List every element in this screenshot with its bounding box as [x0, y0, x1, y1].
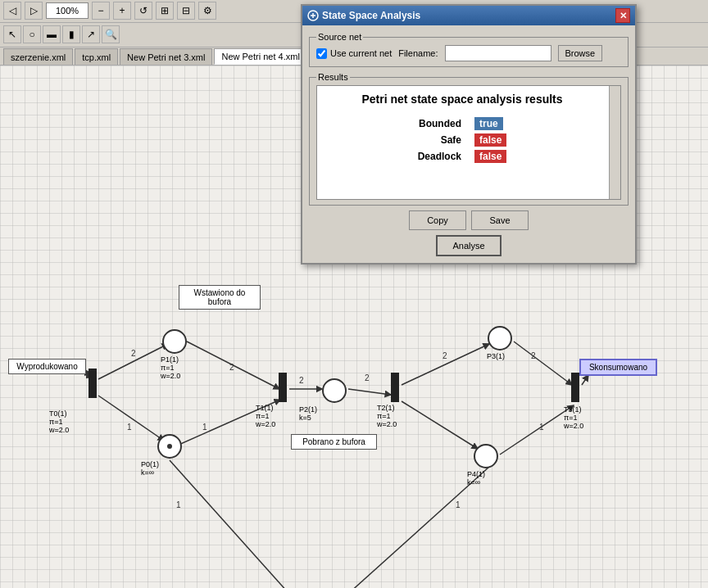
svg-line-5 — [187, 341, 279, 389]
place-p3 — [488, 326, 512, 351]
tab-tcp[interactable]: tcp.xml — [75, 48, 118, 65]
circle-tool[interactable]: ○ — [23, 25, 41, 43]
transition-t3 — [571, 373, 579, 402]
svg-text:1: 1 — [539, 423, 544, 432]
place-p0 — [157, 434, 182, 459]
zoom-display: 100% — [46, 2, 88, 19]
copy-button[interactable]: Copy — [409, 210, 466, 230]
label-p3: P3(1) — [487, 352, 505, 360]
dialog-icon — [307, 10, 319, 21]
result-label-deadlock: Deadlock — [411, 148, 468, 165]
badge-bounded: true — [474, 117, 503, 130]
label-t2: T2(1)π=1w=2.0 — [377, 404, 397, 428]
results-scrollbar[interactable] — [609, 86, 620, 199]
svg-line-1 — [98, 396, 164, 441]
place-wyprodukowano[interactable]: Wyprodukowano — [8, 359, 86, 374]
tab-petri3[interactable]: New Petri net 3.xml — [120, 48, 212, 65]
tab-petri4[interactable]: New Petri net 4.xml — [214, 48, 306, 65]
svg-line-8 — [402, 344, 489, 385]
svg-line-9 — [402, 401, 478, 449]
result-label-safe: Safe — [411, 132, 468, 148]
transition-tool[interactable]: ▮ — [62, 25, 80, 43]
result-value-deadlock: false — [468, 148, 513, 165]
results-table: Bounded true Safe false — [411, 115, 514, 165]
label-t3: T3(1)π=1w=2.0 — [564, 405, 583, 430]
svg-line-15 — [324, 467, 489, 588]
transition-t1 — [279, 373, 287, 402]
analyse-button[interactable]: Analyse — [436, 235, 502, 256]
result-value-safe: false — [468, 132, 513, 148]
arc-tool[interactable]: ↗ — [82, 25, 100, 43]
forward-button[interactable]: ▷ — [25, 2, 43, 20]
results-content: Petri net state space analysis results B… — [324, 93, 614, 165]
place-p2 — [322, 378, 347, 403]
result-value-bounded: true — [468, 115, 513, 132]
source-net-legend: Source net — [316, 32, 363, 42]
svg-text:1: 1 — [127, 423, 132, 432]
use-current-checkbox[interactable] — [316, 48, 327, 59]
svg-text:2: 2 — [531, 351, 536, 360]
svg-line-12 — [582, 375, 588, 385]
result-row-deadlock: Deadlock false — [411, 148, 514, 165]
label-p0: P0(1)k=∞ — [141, 460, 159, 477]
cursor-tool[interactable]: ↖ — [3, 25, 21, 43]
rect-tool[interactable]: ▬ — [43, 25, 61, 43]
results-title: Petri net state space analysis results — [324, 93, 601, 106]
svg-text:2: 2 — [299, 376, 304, 385]
svg-line-7 — [348, 389, 391, 395]
svg-text:1: 1 — [456, 500, 461, 509]
label-t0: T0(1)π=1w=2.0 — [49, 409, 69, 434]
filename-label: Filename: — [398, 48, 438, 58]
source-net-row: Use current net Filename: Browse — [316, 45, 621, 61]
label-t1: T1(1)π=1w=2.0 — [256, 404, 275, 428]
svg-line-14 — [170, 460, 309, 588]
svg-line-10 — [514, 341, 572, 385]
results-area[interactable]: Petri net state space analysis results B… — [316, 85, 621, 200]
svg-text:2: 2 — [365, 373, 370, 382]
transition-t0 — [88, 369, 97, 398]
filename-input[interactable] — [445, 45, 551, 61]
zoom-in-button[interactable]: + — [113, 2, 131, 20]
grid-button[interactable]: ⊞ — [156, 2, 174, 20]
back-button[interactable]: ◁ — [3, 2, 21, 20]
use-current-label[interactable]: Use current net — [316, 48, 392, 59]
result-row-bounded: Bounded true — [411, 115, 514, 132]
refresh-button[interactable]: ↺ — [134, 2, 152, 20]
analyse-row: Analyse — [309, 235, 629, 256]
badge-safe: false — [474, 133, 506, 147]
settings-button[interactable]: ⚙ — [198, 2, 216, 20]
badge-deadlock: false — [474, 150, 506, 163]
dialog-titlebar: State Space Analysis ✕ — [302, 6, 635, 25]
svg-text:2: 2 — [229, 363, 234, 372]
transition-t2 — [391, 373, 399, 402]
token-p0 — [167, 444, 172, 449]
state-space-dialog: State Space Analysis ✕ Source net Use cu… — [301, 4, 637, 265]
place-p1 — [162, 329, 187, 354]
svg-line-0 — [98, 344, 168, 379]
place-skonsumowano[interactable]: Skonsumowano — [579, 359, 657, 376]
dialog-close-button[interactable]: ✕ — [615, 8, 630, 23]
save-button[interactable]: Save — [471, 210, 529, 230]
svg-line-11 — [500, 405, 574, 455]
svg-text:1: 1 — [202, 423, 207, 432]
svg-text:2: 2 — [442, 351, 447, 360]
place-p4 — [474, 444, 498, 468]
label-p2: P2(1)k=5 — [299, 405, 317, 422]
result-row-safe: Safe false — [411, 132, 514, 148]
copy-save-row: Copy Save — [309, 210, 629, 230]
label-p1: P1(1)π=1w=2.0 — [161, 355, 180, 380]
results-legend: Results — [316, 72, 350, 82]
result-label-bounded: Bounded — [411, 115, 468, 132]
tab-szerzenie[interactable]: szerzenie.xml — [3, 48, 73, 65]
svg-text:1: 1 — [176, 500, 181, 509]
place-wstawiono[interactable]: Wstawiono dobufora — [179, 285, 261, 310]
dialog-body: Source net Use current net Filename: Bro… — [302, 25, 635, 263]
label-p4: P4(1)k=∞ — [467, 470, 485, 486]
svg-text:2: 2 — [131, 349, 136, 358]
magnifier-tool[interactable]: 🔍 — [102, 25, 120, 43]
grid2-button[interactable]: ⊟ — [177, 2, 195, 20]
zoom-out-button[interactable]: − — [92, 2, 110, 20]
place-pobrano[interactable]: Pobrano z bufora — [291, 434, 377, 450]
browse-button[interactable]: Browse — [558, 45, 603, 61]
